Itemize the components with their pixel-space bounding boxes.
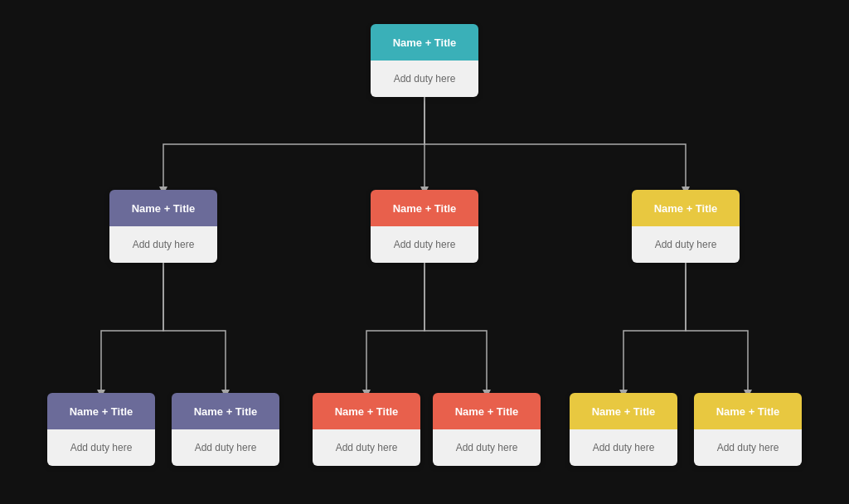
- node-cl-body: Add duty here: [313, 429, 420, 466]
- node-rr-duty: Add duty here: [717, 442, 779, 453]
- node-rr-label: Name + Title: [716, 405, 780, 418]
- node-cr-label: Name + Title: [455, 405, 519, 418]
- node-lr[interactable]: Name + Title Add duty here: [172, 393, 279, 466]
- node-rl-duty: Add duty here: [593, 442, 655, 453]
- node-center-header: Name + Title: [371, 190, 478, 226]
- node-left-body: Add duty here: [109, 226, 217, 263]
- node-right-header: Name + Title: [632, 190, 740, 226]
- node-cr-header: Name + Title: [433, 393, 541, 429]
- node-cl-header: Name + Title: [313, 393, 420, 429]
- node-rl-label: Name + Title: [592, 405, 656, 418]
- node-left-header: Name + Title: [109, 190, 217, 226]
- node-left[interactable]: Name + Title Add duty here: [109, 190, 217, 263]
- node-root-body: Add duty here: [371, 61, 478, 97]
- node-rr-body: Add duty here: [694, 429, 802, 466]
- node-center-duty: Add duty here: [394, 239, 456, 250]
- node-right-body: Add duty here: [632, 226, 740, 263]
- node-cr[interactable]: Name + Title Add duty here: [433, 393, 541, 466]
- node-left-duty: Add duty here: [133, 239, 195, 250]
- org-chart: Name + Title Add duty here Name + Title …: [27, 12, 822, 492]
- node-lr-body: Add duty here: [172, 429, 279, 466]
- node-rl-header: Name + Title: [570, 393, 677, 429]
- node-cl-duty: Add duty here: [336, 442, 398, 453]
- node-right-label: Name + Title: [654, 202, 718, 215]
- node-root-label: Name + Title: [393, 36, 457, 49]
- node-right[interactable]: Name + Title Add duty here: [632, 190, 740, 263]
- node-center-body: Add duty here: [371, 226, 478, 263]
- node-cl-label: Name + Title: [335, 405, 399, 418]
- node-ll[interactable]: Name + Title Add duty here: [47, 393, 155, 466]
- node-root-header: Name + Title: [371, 24, 478, 61]
- node-cr-duty: Add duty here: [456, 442, 518, 453]
- node-ll-duty: Add duty here: [70, 442, 133, 453]
- node-rl[interactable]: Name + Title Add duty here: [570, 393, 677, 466]
- node-right-duty: Add duty here: [655, 239, 717, 250]
- node-lr-header: Name + Title: [172, 393, 279, 429]
- node-rl-body: Add duty here: [570, 429, 677, 466]
- node-rr-header: Name + Title: [694, 393, 802, 429]
- node-cl[interactable]: Name + Title Add duty here: [313, 393, 420, 466]
- node-cr-body: Add duty here: [433, 429, 541, 466]
- node-lr-label: Name + Title: [194, 405, 258, 418]
- node-ll-body: Add duty here: [47, 429, 155, 466]
- node-ll-label: Name + Title: [70, 405, 133, 418]
- node-root[interactable]: Name + Title Add duty here: [371, 24, 478, 97]
- node-left-label: Name + Title: [132, 202, 196, 215]
- node-center-label: Name + Title: [393, 202, 457, 215]
- node-rr[interactable]: Name + Title Add duty here: [694, 393, 802, 466]
- node-root-duty: Add duty here: [394, 73, 456, 85]
- node-lr-duty: Add duty here: [195, 442, 257, 453]
- node-center[interactable]: Name + Title Add duty here: [371, 190, 478, 263]
- node-ll-header: Name + Title: [47, 393, 155, 429]
